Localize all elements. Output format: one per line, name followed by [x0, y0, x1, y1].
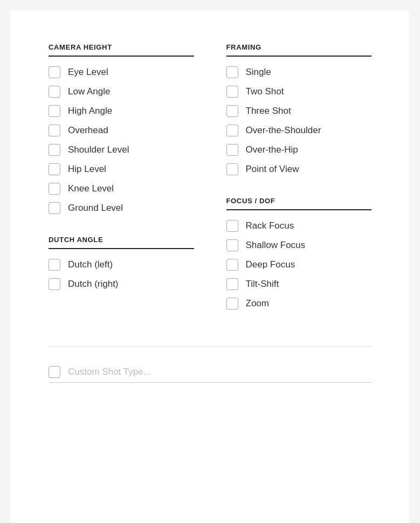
pov-label: Point of View: [246, 164, 299, 175]
list-item[interactable]: Deep Focus: [226, 259, 372, 271]
custom-input-row[interactable]: [49, 366, 371, 383]
shallow-focus-label: Shallow Focus: [246, 240, 306, 251]
two-shot-label: Two Shot: [246, 86, 284, 97]
camera-height-title: CAMERA HEIGHT: [49, 43, 194, 57]
list-item[interactable]: Low Angle: [49, 86, 194, 98]
knee-level-checkbox[interactable]: [49, 183, 60, 195]
zoom-checkbox[interactable]: [226, 298, 238, 309]
hip-level-label: Hip Level: [68, 164, 106, 175]
list-item[interactable]: Point of View: [226, 163, 372, 175]
over-hip-label: Over-the-Hip: [246, 144, 298, 155]
dutch-angle-title: DUTCH ANGLE: [49, 236, 194, 249]
deep-focus-checkbox[interactable]: [226, 259, 238, 271]
tilt-shift-label: Tilt-Shift: [246, 279, 279, 290]
shallow-focus-checkbox[interactable]: [226, 239, 238, 251]
high-angle-checkbox[interactable]: [49, 105, 60, 117]
custom-shot-input[interactable]: [68, 367, 371, 377]
low-angle-label: Low Angle: [68, 86, 110, 97]
list-item[interactable]: Eye Level: [49, 66, 194, 78]
over-shoulder-label: Over-the-Shoulder: [246, 125, 321, 136]
list-item[interactable]: Ground Level: [49, 202, 194, 214]
list-item[interactable]: Overhead: [49, 125, 194, 136]
custom-shot-section: [49, 366, 371, 383]
tilt-shift-checkbox[interactable]: [226, 278, 238, 290]
main-panel: CAMERA HEIGHT Eye Level Low Angle High A…: [11, 11, 409, 523]
three-shot-label: Three Shot: [246, 106, 291, 116]
ground-level-label: Ground Level: [68, 203, 123, 214]
deep-focus-label: Deep Focus: [246, 259, 295, 270]
low-angle-checkbox[interactable]: [49, 86, 60, 98]
list-item[interactable]: Dutch (left): [49, 259, 194, 271]
knee-level-label: Knee Level: [68, 183, 114, 194]
shoulder-level-label: Shoulder Level: [68, 144, 129, 155]
camera-height-section: CAMERA HEIGHT Eye Level Low Angle High A…: [49, 43, 194, 214]
single-label: Single: [246, 67, 271, 78]
list-item[interactable]: Rack Focus: [226, 220, 372, 232]
list-item[interactable]: Tilt-Shift: [226, 278, 372, 290]
single-checkbox[interactable]: [226, 66, 238, 78]
ground-level-checkbox[interactable]: [49, 202, 60, 214]
rack-focus-label: Rack Focus: [246, 221, 294, 231]
list-item[interactable]: Shallow Focus: [226, 239, 372, 251]
dutch-left-label: Dutch (left): [68, 259, 113, 270]
overhead-label: Overhead: [68, 125, 108, 136]
list-item[interactable]: Knee Level: [49, 183, 194, 195]
list-item[interactable]: Hip Level: [49, 163, 194, 175]
list-item[interactable]: Single: [226, 66, 372, 78]
over-shoulder-checkbox[interactable]: [226, 125, 238, 136]
framing-title: FRAMING: [226, 43, 372, 57]
eye-level-checkbox[interactable]: [49, 66, 60, 78]
list-item[interactable]: Three Shot: [226, 105, 372, 117]
dutch-angle-section: DUTCH ANGLE Dutch (left) Dutch (right): [49, 236, 194, 290]
custom-shot-checkbox[interactable]: [49, 366, 60, 378]
eye-level-label: Eye Level: [68, 67, 108, 78]
two-shot-checkbox[interactable]: [226, 86, 238, 98]
dutch-left-checkbox[interactable]: [49, 259, 60, 271]
section-divider: [49, 346, 371, 347]
overhead-checkbox[interactable]: [49, 125, 60, 136]
shoulder-level-checkbox[interactable]: [49, 144, 60, 156]
high-angle-label: High Angle: [68, 106, 112, 116]
pov-checkbox[interactable]: [226, 163, 238, 175]
list-item[interactable]: Over-the-Hip: [226, 144, 372, 156]
over-hip-checkbox[interactable]: [226, 144, 238, 156]
list-item[interactable]: Two Shot: [226, 86, 372, 98]
framing-section: FRAMING Single Two Shot Three Shot Over-…: [226, 43, 372, 175]
hip-level-checkbox[interactable]: [49, 163, 60, 175]
zoom-label: Zoom: [246, 298, 269, 309]
list-item[interactable]: Over-the-Shoulder: [226, 125, 372, 136]
three-shot-checkbox[interactable]: [226, 105, 238, 117]
list-item[interactable]: Zoom: [226, 298, 372, 309]
list-item[interactable]: Dutch (right): [49, 278, 194, 290]
list-item[interactable]: High Angle: [49, 105, 194, 117]
list-item[interactable]: Shoulder Level: [49, 144, 194, 156]
dutch-right-label: Dutch (right): [68, 279, 119, 290]
focus-dof-title: FOCUS / DOF: [226, 197, 372, 210]
rack-focus-checkbox[interactable]: [226, 220, 238, 232]
focus-dof-section: FOCUS / DOF Rack Focus Shallow Focus Dee…: [226, 197, 372, 309]
dutch-right-checkbox[interactable]: [49, 278, 60, 290]
